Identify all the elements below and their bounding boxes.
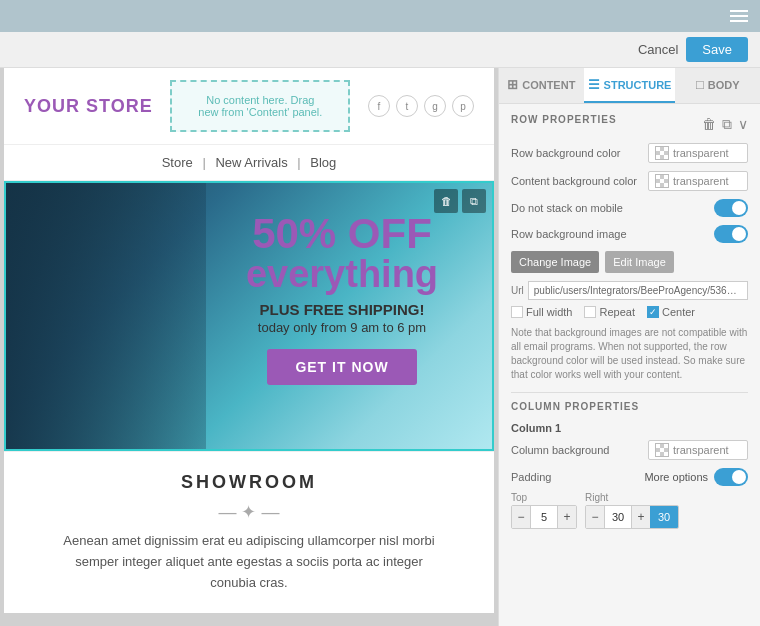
- top-minus-button[interactable]: −: [512, 506, 530, 528]
- more-options-label: More options: [644, 471, 708, 483]
- cancel-button[interactable]: Cancel: [638, 42, 678, 57]
- row-bg-color-swatch: [655, 146, 669, 160]
- canvas-nav: Store | New Arrivals | Blog: [4, 144, 494, 181]
- row-properties-header: ROW PROPERTIES 🗑 ⧉ ∨: [511, 114, 748, 135]
- center-label: Center: [662, 306, 695, 318]
- center-checkbox[interactable]: ✓: [647, 306, 659, 318]
- tab-content-label: CONTENT: [522, 79, 575, 91]
- row-bg-color-row: Row background color transparent: [511, 143, 748, 163]
- full-width-label: Full width: [526, 306, 572, 318]
- hero-time-text: today only from 9 am to 6 pm: [212, 320, 472, 335]
- structure-tab-icon: ☰: [588, 77, 600, 92]
- hero-percent-text: 50% OFF: [252, 210, 432, 257]
- tab-body-label: BODY: [708, 79, 740, 91]
- content-bg-color-swatch: [655, 174, 669, 188]
- row-collapse-icon[interactable]: ∨: [738, 116, 748, 133]
- col-bg-row: Column background transparent: [511, 440, 748, 460]
- content-bg-color-picker[interactable]: transparent: [648, 171, 748, 191]
- showroom-divider: — ✦ —: [24, 501, 474, 523]
- more-options: More options: [644, 468, 748, 486]
- showroom-section: SHOWROOM — ✦ — Aenean amet dignissim era…: [4, 451, 494, 613]
- note-text: Note that background images are not comp…: [511, 326, 748, 382]
- row-header-icons: 🗑 ⧉ ∨: [702, 116, 748, 133]
- padding-row: Padding More options: [511, 468, 748, 486]
- body-tab-icon: □: [696, 77, 704, 92]
- hero-cta-button[interactable]: GET IT NOW: [267, 349, 416, 385]
- pinterest-icon[interactable]: p: [452, 95, 474, 117]
- row-bg-image-toggle[interactable]: [714, 225, 748, 243]
- top-stepper: − 5 +: [511, 505, 577, 529]
- right-field-group: Right − 30 + 30: [585, 492, 679, 529]
- canvas-area: YOUR STORE No content here. Drag new fro…: [0, 68, 498, 626]
- hero-delete-button[interactable]: 🗑: [434, 189, 458, 213]
- nav-blog-link[interactable]: Blog: [310, 155, 336, 170]
- nav-arrivals-link[interactable]: New Arrivals: [215, 155, 287, 170]
- no-stack-row: Do not stack on mobile: [511, 199, 748, 217]
- content-bg-color-row: Content background color transparent: [511, 171, 748, 191]
- store-logo: YOUR STORE: [24, 96, 153, 117]
- row-copy-icon[interactable]: ⧉: [722, 116, 732, 133]
- hero-content: 50% OFF everything PLUS FREE SHIPPING! t…: [212, 213, 472, 385]
- menu-icon[interactable]: [730, 10, 748, 22]
- content-bg-color-value: transparent: [673, 175, 729, 187]
- hero-copy-button[interactable]: ⧉: [462, 189, 486, 213]
- tab-body[interactable]: □ BODY: [675, 68, 760, 103]
- repeat-checkbox-item[interactable]: Repeat: [584, 306, 634, 318]
- right-panel: ⊞ CONTENT ☰ STRUCTURE □ BODY ROW PROPERT…: [498, 68, 760, 626]
- center-checkbox-item[interactable]: ✓ Center: [647, 306, 695, 318]
- row-delete-icon[interactable]: 🗑: [702, 116, 716, 133]
- more-options-toggle[interactable]: [714, 468, 748, 486]
- right-minus-button[interactable]: −: [586, 506, 604, 528]
- change-image-button[interactable]: Change Image: [511, 251, 599, 273]
- nav-store-link[interactable]: Store: [162, 155, 193, 170]
- right-stepper: − 30 + 30: [585, 505, 679, 529]
- padding-label: Padding: [511, 471, 551, 483]
- right-plus-button[interactable]: +: [632, 506, 650, 528]
- tab-content[interactable]: ⊞ CONTENT: [499, 68, 584, 103]
- main-layout: YOUR STORE No content here. Drag new fro…: [0, 68, 760, 626]
- no-stack-toggle[interactable]: [714, 199, 748, 217]
- col-bg-value: transparent: [673, 444, 729, 456]
- drag-placeholder: No content here. Drag new from 'Content'…: [170, 80, 350, 132]
- right-value: 30: [604, 506, 632, 528]
- save-button[interactable]: Save: [686, 37, 748, 62]
- hero-building: [6, 183, 206, 449]
- full-width-checkbox-item[interactable]: Full width: [511, 306, 572, 318]
- tab-structure[interactable]: ☰ STRUCTURE: [584, 68, 676, 103]
- canvas-header: YOUR STORE No content here. Drag new fro…: [4, 68, 494, 144]
- hero-banner: 50% OFF everything PLUS FREE SHIPPING! t…: [4, 181, 494, 451]
- column-1-label: Column 1: [511, 422, 748, 434]
- col-bg-label: Column background: [511, 444, 648, 456]
- showroom-title: SHOWROOM: [24, 472, 474, 493]
- showroom-text: Aenean amet dignissim erat eu adipiscing…: [59, 531, 439, 593]
- edit-image-button[interactable]: Edit Image: [605, 251, 674, 273]
- full-width-checkbox[interactable]: [511, 306, 523, 318]
- googleplus-icon[interactable]: g: [424, 95, 446, 117]
- repeat-checkbox[interactable]: [584, 306, 596, 318]
- row-bg-color-picker[interactable]: transparent: [648, 143, 748, 163]
- divider-1: [511, 392, 748, 393]
- content-bg-color-label: Content background color: [511, 175, 648, 187]
- row-bg-color-value: transparent: [673, 147, 729, 159]
- email-canvas: YOUR STORE No content here. Drag new fro…: [4, 68, 494, 613]
- top-plus-button[interactable]: +: [558, 506, 576, 528]
- repeat-label: Repeat: [599, 306, 634, 318]
- facebook-icon[interactable]: f: [368, 95, 390, 117]
- row-bg-image-row: Row background image: [511, 225, 748, 243]
- top-value: 5: [530, 506, 558, 528]
- twitter-icon[interactable]: t: [396, 95, 418, 117]
- social-icons: f t g p: [368, 95, 474, 117]
- url-input[interactable]: [528, 281, 748, 300]
- top-bar: [0, 0, 760, 32]
- hero-actions: 🗑 ⧉: [434, 189, 486, 213]
- content-tab-icon: ⊞: [507, 77, 518, 92]
- row-bg-image-label: Row background image: [511, 228, 714, 240]
- row-properties-title: ROW PROPERTIES: [511, 114, 617, 125]
- no-stack-label: Do not stack on mobile: [511, 202, 714, 214]
- col-bg-picker[interactable]: transparent: [648, 440, 748, 460]
- url-field-row: Url: [511, 281, 748, 300]
- hero-headline: 50% OFF everything: [212, 213, 472, 293]
- tab-structure-label: STRUCTURE: [604, 79, 672, 91]
- col-bg-swatch: [655, 443, 669, 457]
- hero-everything-text: everything: [246, 253, 438, 295]
